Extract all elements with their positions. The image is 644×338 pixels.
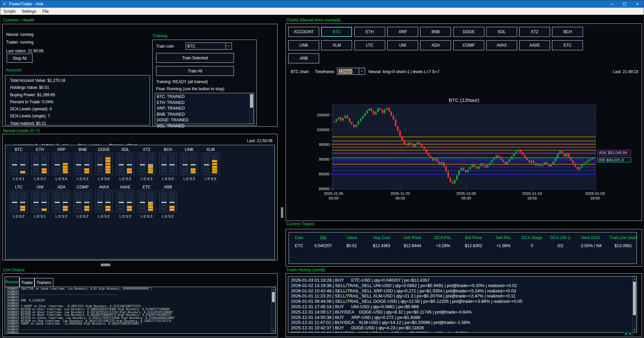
- minimize-button[interactable]: [605, 0, 618, 8]
- coin-chart-button-etc[interactable]: ETC: [552, 40, 583, 50]
- coin-chart-button-uni[interactable]: UNI: [387, 40, 418, 50]
- level-bar-box: [10, 153, 28, 175]
- console-scroll-down-icon[interactable]: ▼: [271, 329, 275, 333]
- coin-chart-button-link[interactable]: LINK: [288, 40, 319, 50]
- coin-chart-button-xrp[interactable]: XRP: [387, 27, 418, 37]
- trained-coin-item[interactable]: SOL: TRAINED: [157, 123, 188, 129]
- train-coin-dropdown-arrow-icon[interactable]: ▼: [226, 43, 232, 50]
- coin-chart-button-arb[interactable]: ARB: [288, 53, 319, 63]
- trades-cell: $0.51: [337, 241, 366, 250]
- coin-chart-button-bnb[interactable]: BNB: [420, 27, 451, 37]
- level-counts-label: L:0 S:1: [34, 214, 46, 218]
- level-bar-box: [95, 190, 113, 213]
- trade-history-box[interactable]: 2026-01-03 01:19:28 | BUY ETC-USD | qty=…: [288, 276, 637, 333]
- train-coin-combobox[interactable]: BTC ▼: [186, 43, 232, 50]
- trades-column-header: Coin: [289, 232, 309, 241]
- trained-list-scrollbar[interactable]: [249, 93, 254, 124]
- train-coin-value[interactable]: BTC: [186, 43, 226, 50]
- level-bar-box: [74, 190, 92, 213]
- account-item: Holdings Value: $0.51: [10, 84, 65, 91]
- ask-price-tag: ASK $92,045.84: [597, 150, 631, 155]
- neural-bar-sol: SOLL:0 S:2: [115, 147, 136, 181]
- coin-chart-button-ltc[interactable]: LTC: [354, 40, 385, 50]
- level-bar-box: [31, 190, 49, 213]
- tab-trader[interactable]: Trader: [19, 278, 35, 287]
- trades-cell: $12.4363: [366, 241, 397, 250]
- runner-console[interactable]: [RUNNER] INACTIVE on 1week timeframe. Lo…: [5, 287, 276, 334]
- account-box: Total Account Value: $1,270.16Holdings V…: [5, 75, 150, 125]
- level-bar-box: [138, 153, 155, 175]
- history-vscrollbar[interactable]: ▲ ▼: [632, 277, 637, 332]
- coin-symbol: LTC: [15, 185, 22, 190]
- trained-coin-item[interactable]: BTC: TRAINED: [157, 94, 188, 100]
- console-scroll-up-icon[interactable]: ▲: [271, 287, 275, 292]
- tab-trainers[interactable]: Trainers: [35, 278, 53, 287]
- title-bar[interactable]: PowerTrader - Hub ✕: [0, 0, 644, 8]
- trained-coin-item[interactable]: ETH: TRAINED: [157, 100, 188, 106]
- coin-chart-button-aave[interactable]: AAVE: [519, 40, 550, 50]
- trades-table-box: CoinQtyValueAvg CostAsk PriceDCA PnLBid …: [289, 232, 637, 264]
- timeframe-combobox[interactable]: 12hour ▼: [337, 68, 365, 75]
- history-scroll-left-icon[interactable]: ◀: [624, 331, 628, 336]
- coin-chart-button-ada[interactable]: ADA: [420, 40, 451, 50]
- coin-chart-button-xlm[interactable]: XLM: [321, 40, 352, 50]
- history-scroll-right-icon[interactable]: ▶: [629, 331, 633, 336]
- vertical-splitter-handle[interactable]: [281, 208, 283, 218]
- trades-cell: 0.040207: [309, 241, 337, 250]
- trades-cell: $13.0581: [606, 241, 637, 250]
- coin-symbol: AVAX: [99, 185, 109, 190]
- horizontal-splitter-handle[interactable]: [101, 264, 110, 266]
- level-counts-label: L:0 S:2: [119, 214, 131, 218]
- train-selected-button[interactable]: Train Selected: [156, 53, 234, 63]
- svg-text:2025-12-19: 2025-12-19: [522, 191, 542, 195]
- history-hscrollbar[interactable]: ◀ ▶: [624, 331, 633, 336]
- level-bar-box: [116, 190, 134, 213]
- coin-chart-button-btc[interactable]: BTC: [321, 27, 352, 37]
- neural-last-update: Last: 21:50:06: [247, 138, 273, 143]
- neural-bar-comp: COMPL:0 S:2: [72, 185, 94, 218]
- trades-column-header: Next DCA: [575, 232, 606, 241]
- history-scroll-down-icon[interactable]: ▼: [633, 328, 636, 332]
- coin-chart-button-sol[interactable]: SOL: [486, 27, 517, 37]
- trained-coin-item[interactable]: DOGE: TRAINED: [157, 117, 188, 123]
- coin-chart-button-avax[interactable]: AVAX: [486, 40, 517, 50]
- tab-runner[interactable]: Runner: [5, 277, 19, 287]
- console-scrollbar[interactable]: ▲ ▼: [271, 287, 276, 333]
- timeframe-dropdown-arrow-icon[interactable]: ▼: [359, 68, 365, 75]
- coin-chart-button-account[interactable]: ACCOUNT: [288, 27, 319, 37]
- history-scroll-up-icon[interactable]: ▲: [633, 277, 636, 281]
- account-item: Total realized: $0.21: [10, 120, 65, 127]
- level-counts-label: L:0 S:2: [34, 177, 46, 181]
- trained-coin-item[interactable]: XRP: TRAINED: [157, 106, 188, 112]
- level-counts-label: L:0 S:6: [98, 177, 110, 181]
- svg-text:06:00: 06:00: [329, 196, 339, 200]
- coin-chart-button-comp[interactable]: COMP: [453, 40, 484, 50]
- menu-item-settings[interactable]: Settings: [19, 8, 39, 15]
- train-all-button[interactable]: Train All: [156, 66, 234, 76]
- level-bar-box: [202, 153, 219, 175]
- charts-panel: ACCOUNTBTCETHXRPBNBDOGESOLXTZBCHLINKXLML…: [286, 23, 642, 221]
- stop-all-button[interactable]: Stop All: [7, 54, 33, 63]
- coin-symbol: COMP: [77, 185, 89, 190]
- menu-item-scripts[interactable]: Scripts: [0, 8, 19, 15]
- trained-coin-item[interactable]: BNB: TRAINED: [157, 112, 188, 118]
- coin-chart-button-doge[interactable]: DOGE: [453, 27, 484, 37]
- trades-cell: ETC: [289, 241, 309, 250]
- trained-listbox[interactable]: BTC: TRAINEDETH: TRAINEDXRP: TRAINEDBNB:…: [155, 93, 254, 124]
- account-item: Buying Power: $1,269.65: [10, 92, 65, 99]
- level-bar-box: [31, 153, 49, 175]
- level-counts-label: L:0 S:3: [141, 214, 152, 218]
- coin-chart-button-xtz[interactable]: XTZ: [519, 27, 550, 37]
- coin-symbol: XTZ: [143, 147, 150, 153]
- coin-symbol: XRP: [57, 147, 65, 153]
- neural-bar-avax: AVAXL:0 S:2: [93, 185, 115, 218]
- menu-item-file[interactable]: File: [39, 8, 52, 15]
- maximize-button[interactable]: [618, 0, 631, 8]
- trades-column-header: Ask Price: [397, 232, 428, 241]
- trades-column-header: DCA 24h (r: [546, 232, 575, 241]
- coin-chart-button-eth[interactable]: ETH: [354, 27, 385, 37]
- coin-chart-button-bch[interactable]: BCH: [552, 27, 583, 37]
- close-button[interactable]: ✕: [631, 0, 644, 8]
- level-counts-label: L:0 S:2: [98, 214, 110, 218]
- coin-symbol: ETH: [36, 147, 44, 153]
